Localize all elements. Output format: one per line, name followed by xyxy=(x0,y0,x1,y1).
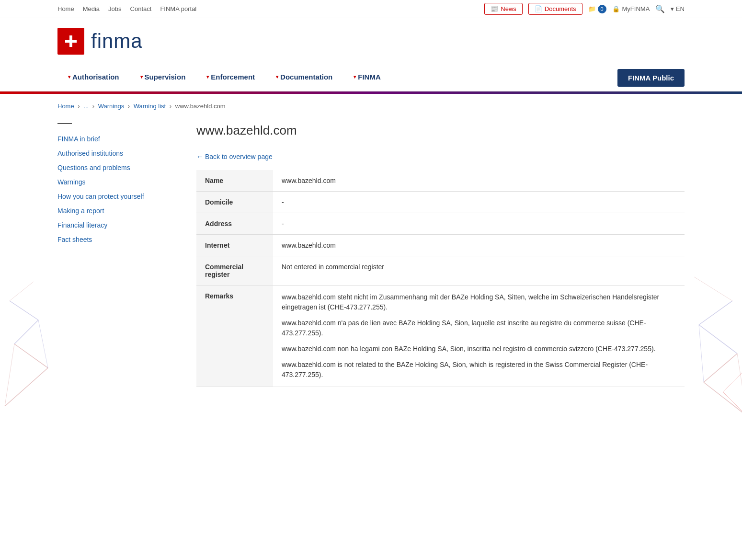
table-row-address: Address - xyxy=(196,213,685,235)
table-value-address: - xyxy=(273,213,685,235)
remarks-text-en: www.bazehld.com is not related to the BA… xyxy=(282,360,676,380)
svg-line-10 xyxy=(704,354,737,382)
svg-line-11 xyxy=(699,325,737,354)
nav-item-supervision[interactable]: ▾ Supervision xyxy=(130,64,196,91)
table-value-domicile: - xyxy=(273,192,685,213)
deco-left-svg xyxy=(0,272,57,416)
svg-line-15 xyxy=(699,325,704,382)
svg-line-7 xyxy=(5,344,14,406)
sidebar-item-making-report[interactable]: Making a report xyxy=(57,204,172,218)
svg-rect-1 xyxy=(65,40,77,43)
lock-icon: 🔒 xyxy=(612,5,620,12)
decorative-right xyxy=(675,272,742,416)
table-value-name: www.bazehld.com xyxy=(273,170,685,192)
finma-logo-text: finma xyxy=(91,30,143,53)
svg-line-14 xyxy=(737,354,742,416)
folder-badge: 0 xyxy=(598,5,606,13)
info-table: Name www.bazehld.com Domicile - Address … xyxy=(196,170,685,387)
myfinma-label: MyFINMA xyxy=(622,5,650,12)
remarks-text-de: www.bazehld.com steht nicht im Zusammenh… xyxy=(282,292,676,312)
breadcrumb-current: www.bazehld.com xyxy=(175,103,226,110)
top-link-home[interactable]: Home xyxy=(57,5,74,12)
table-label-address: Address xyxy=(196,213,273,235)
folder-icon: 📁 xyxy=(588,5,596,12)
logo[interactable]: finma xyxy=(57,28,143,55)
chevron-icon: ▾ xyxy=(354,74,356,80)
nav-items: ▾ Authorisation ▾ Supervision ▾ Enforcem… xyxy=(57,64,391,91)
svg-line-3 xyxy=(14,344,48,368)
decorative-left xyxy=(0,272,57,416)
sidebar-divider xyxy=(57,123,72,124)
documents-button[interactable]: 📄 Documents xyxy=(528,3,582,15)
breadcrumb-home[interactable]: Home xyxy=(57,103,74,110)
back-link[interactable]: ← Back to overview page xyxy=(196,153,273,160)
top-link-jobs[interactable]: Jobs xyxy=(108,5,121,12)
table-label-domicile: Domicile xyxy=(196,192,273,213)
language-selector[interactable]: ▾ EN xyxy=(671,5,685,12)
finma-public-button[interactable]: FINMA Public xyxy=(617,69,685,87)
svg-line-12 xyxy=(699,301,732,325)
main-content: FINMA in brief Authorised institutions Q… xyxy=(0,114,742,416)
chevron-icon: ▾ xyxy=(140,74,143,80)
table-row-domicile: Domicile - xyxy=(196,192,685,213)
nav-item-authorisation[interactable]: ▾ Authorisation xyxy=(57,64,130,91)
news-button[interactable]: 📰 News xyxy=(484,3,523,15)
top-link-contact[interactable]: Contact xyxy=(130,5,152,12)
deco-right-svg xyxy=(675,272,742,416)
chevron-icon: ▾ xyxy=(206,74,209,80)
svg-line-4 xyxy=(14,320,38,344)
logo-bar: finma xyxy=(0,18,742,64)
breadcrumb-warnings[interactable]: Warnings xyxy=(98,103,124,110)
top-link-media[interactable]: Media xyxy=(83,5,100,12)
table-row-commercial-register: Commercial register Not entered in comme… xyxy=(196,256,685,286)
remarks-text-it: www.bazehld.com non ha legami con BAZe H… xyxy=(282,344,676,354)
table-label-internet: Internet xyxy=(196,235,273,256)
sidebar: FINMA in brief Authorised institutions Q… xyxy=(57,123,172,387)
sidebar-item-warnings[interactable]: Warnings xyxy=(57,175,172,189)
sidebar-item-protect-yourself[interactable]: How you can protect yourself xyxy=(57,189,172,204)
breadcrumb: Home › ... › Warnings › Warning list › w… xyxy=(0,94,742,114)
table-label-commercial-register: Commercial register xyxy=(196,256,273,286)
svg-line-17 xyxy=(723,368,742,392)
documents-icon: 📄 xyxy=(535,5,542,12)
chevron-icon: ▾ xyxy=(68,74,70,80)
content-area: www.bazehld.com ← Back to overview page … xyxy=(196,123,685,387)
svg-line-2 xyxy=(5,368,48,406)
page-title: www.bazehld.com xyxy=(196,123,685,143)
nav-item-documentation[interactable]: ▾ Documentation xyxy=(265,64,343,91)
news-label: News xyxy=(501,5,516,12)
table-value-remarks: www.bazehld.com steht nicht im Zusammenh… xyxy=(273,286,685,387)
sidebar-item-questions-problems[interactable]: Questions and problems xyxy=(57,160,172,175)
breadcrumb-warning-list[interactable]: Warning list xyxy=(134,103,166,110)
search-button[interactable]: 🔍 xyxy=(655,4,665,13)
svg-line-8 xyxy=(38,320,48,368)
table-row-remarks: Remarks www.bazehld.com steht nicht im Z… xyxy=(196,286,685,387)
remarks-text-fr: www.bazehld.com n'a pas de lien avec BAZ… xyxy=(282,318,676,338)
table-label-name: Name xyxy=(196,170,273,192)
table-value-commercial-register: Not entered in commercial register xyxy=(273,256,685,286)
svg-line-13 xyxy=(694,277,732,301)
svg-line-5 xyxy=(10,301,38,320)
top-bar: Home Media Jobs Contact FINMA portal 📰 N… xyxy=(0,0,742,18)
sidebar-item-fact-sheets[interactable]: Fact sheets xyxy=(57,232,172,247)
top-link-finma-portal[interactable]: FINMA portal xyxy=(160,5,196,12)
swiss-cross-icon xyxy=(63,34,79,49)
finma-cross-logo xyxy=(57,28,84,55)
sidebar-item-financial-literacy[interactable]: Financial literacy xyxy=(57,218,172,232)
chevron-icon: ▾ xyxy=(276,74,278,80)
news-icon: 📰 xyxy=(491,5,498,12)
main-nav: ▾ Authorisation ▾ Supervision ▾ Enforcem… xyxy=(0,64,742,91)
folder-button[interactable]: 📁 0 xyxy=(588,5,606,13)
myfinma-button[interactable]: 🔒 MyFINMA xyxy=(612,5,650,12)
nav-item-enforcement[interactable]: ▾ Enforcement xyxy=(196,64,265,91)
table-row-name: Name www.bazehld.com xyxy=(196,170,685,192)
sidebar-item-finma-in-brief[interactable]: FINMA in brief xyxy=(57,132,172,146)
breadcrumb-ellipsis[interactable]: ... xyxy=(83,103,89,110)
table-label-remarks: Remarks xyxy=(196,286,273,387)
svg-line-9 xyxy=(704,382,742,416)
sidebar-item-authorised-institutions[interactable]: Authorised institutions xyxy=(57,146,172,160)
top-bar-actions: 📰 News 📄 Documents 📁 0 🔒 MyFINMA 🔍 ▾ EN xyxy=(484,3,685,15)
nav-item-finma[interactable]: ▾ FINMA xyxy=(343,64,391,91)
svg-line-16 xyxy=(723,392,742,416)
svg-line-6 xyxy=(10,282,34,301)
